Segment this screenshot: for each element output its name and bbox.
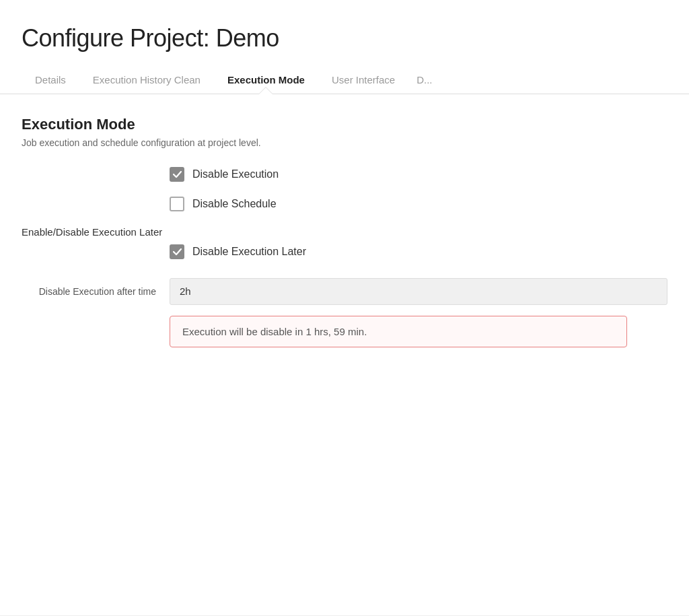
disable-after-time-row: Disable Execution after time 2h — [22, 278, 667, 305]
tab-execution-history-clean[interactable]: Execution History Clean — [79, 66, 214, 94]
disable-schedule-label: Disable Schedule — [192, 198, 277, 210]
disable-execution-row: Disable Execution — [170, 167, 667, 182]
page-header: Configure Project: Demo — [0, 0, 689, 66]
tab-details[interactable]: Details — [22, 66, 79, 94]
section-description: Job execution and schedule configuration… — [22, 137, 667, 148]
section-title: Execution Mode — [22, 116, 667, 133]
disable-execution-checkbox[interactable] — [170, 167, 184, 182]
tab-more[interactable]: D... — [408, 66, 440, 94]
disable-schedule-row: Disable Schedule — [170, 197, 667, 211]
alert-message-text: Execution will be disable in 1 hrs, 59 m… — [182, 326, 367, 337]
tab-execution-mode[interactable]: Execution Mode — [214, 66, 318, 94]
enable-disable-section: Enable/Disable Execution Later Disable E… — [22, 226, 667, 259]
disable-execution-later-label: Disable Execution Later — [192, 246, 306, 258]
enable-disable-section-label: Enable/Disable Execution Later — [22, 226, 667, 238]
disable-after-time-label: Disable Execution after time — [22, 286, 170, 297]
disable-execution-later-row: Disable Execution Later — [170, 244, 667, 259]
content-area: Execution Mode Job execution and schedul… — [0, 94, 689, 369]
disable-execution-label: Disable Execution — [192, 168, 279, 180]
disable-execution-later-checkbox[interactable] — [170, 244, 184, 259]
disable-after-time-input[interactable]: 2h — [170, 278, 667, 305]
tabs-container: Details Execution History Clean Executio… — [0, 66, 689, 94]
alert-message-box: Execution will be disable in 1 hrs, 59 m… — [170, 316, 627, 347]
tab-user-interface[interactable]: User Interface — [318, 66, 408, 94]
page-title: Configure Project: Demo — [22, 24, 667, 53]
disable-schedule-checkbox[interactable] — [170, 197, 184, 211]
